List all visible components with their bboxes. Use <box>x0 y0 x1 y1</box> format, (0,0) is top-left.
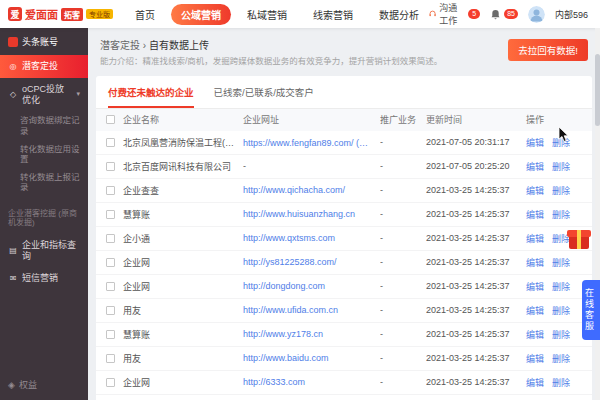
row-actions: 编辑删除 <box>526 256 582 269</box>
row-checkbox[interactable] <box>106 138 115 147</box>
benefits-icon: ◈ <box>8 380 15 390</box>
delete-button[interactable]: 删除 <box>552 256 570 269</box>
promo-business: - <box>380 305 426 315</box>
avatar[interactable] <box>528 6 545 23</box>
nav-item[interactable]: 线索营销 <box>303 4 363 25</box>
company-url[interactable]: http://www.qxtsms.com <box>243 233 380 243</box>
sidebar-item[interactable]: ▤企业和指标查询 <box>0 234 88 268</box>
sidebar-item[interactable]: 转化数据上报记录 <box>0 168 88 196</box>
delete-button[interactable]: 删除 <box>552 304 570 317</box>
sidebar-item[interactable]: 咨询数据绑定记录 <box>0 111 88 139</box>
headset-icon <box>429 9 436 19</box>
row-checkbox[interactable] <box>106 306 115 315</box>
user-name: 内部596 <box>555 8 588 21</box>
delete-button[interactable]: 删除 <box>552 280 570 293</box>
edition-badge: 专业版 <box>86 9 113 19</box>
nav-item[interactable]: 数据分析 <box>369 4 429 25</box>
row-checkbox[interactable] <box>106 282 115 291</box>
row-checkbox[interactable] <box>106 330 115 339</box>
company-url[interactable]: http://www.ufida.com.cn <box>243 305 380 315</box>
nav-item[interactable]: 首页 <box>125 4 165 25</box>
delete-button[interactable]: 删除 <box>552 352 570 365</box>
gift-promo-icon[interactable] <box>567 228 591 250</box>
sidebar: 头条账号 ◎潜客定投◇oCPC投放优化▾咨询数据绑定记录转化数据应用设置转化数据… <box>0 28 88 400</box>
company-url[interactable]: https://www.fengfan89.com/ (示例) <box>243 136 380 149</box>
sms-icon: ✉ <box>8 274 18 284</box>
company-url: - <box>243 161 380 171</box>
delete-button[interactable]: 删除 <box>552 136 570 149</box>
table-row: 企小通http://www.qxtsms.com-2021-03-25 14:2… <box>96 227 592 251</box>
delete-button[interactable]: 删除 <box>552 328 570 341</box>
row-checkbox[interactable] <box>106 354 115 363</box>
edit-button[interactable]: 编辑 <box>526 280 544 293</box>
delete-button[interactable]: 删除 <box>552 184 570 197</box>
sidebar-item[interactable]: ◎潜客定投 <box>0 55 88 78</box>
promo-business: - <box>380 281 426 291</box>
table-header: 企业名称企业网址推广业务更新时间操作 <box>96 109 592 131</box>
edit-button[interactable]: 编辑 <box>526 376 544 389</box>
edit-button[interactable]: 编辑 <box>526 304 544 317</box>
company-url[interactable]: http://6333.com <box>243 377 380 387</box>
sidebar-benefits[interactable]: ◈ 权益 <box>0 369 88 400</box>
update-time: 2021-03-25 14:25:37 <box>426 281 526 291</box>
edit-button[interactable]: 编辑 <box>526 256 544 269</box>
table-row: 用友http://www.ufida.com.cn-2021-03-25 14:… <box>96 299 592 323</box>
sidebar-item-label: 企业潜客挖掘 (原商机发掘) <box>8 209 80 228</box>
select-all-checkbox[interactable] <box>106 115 115 124</box>
notification-bell[interactable]: 85 <box>490 9 518 20</box>
table-row: 企业网http://dongdong.com-2021-03-25 14:25:… <box>96 275 592 299</box>
row-checkbox[interactable] <box>106 378 115 387</box>
tab[interactable]: 付费还未触达的企业 <box>108 85 194 108</box>
table-row: 慧算账http://www.huisuanzhang.cn-2021-03-25… <box>96 203 592 227</box>
company-url[interactable]: http://www.baidu.com <box>243 353 380 363</box>
edit-button[interactable]: 编辑 <box>526 184 544 197</box>
update-time: 2021-07-05 20:31:17 <box>426 137 526 147</box>
delete-button[interactable]: 删除 <box>552 160 570 173</box>
edit-button[interactable]: 编辑 <box>526 352 544 365</box>
company-url[interactable]: http://www.qichacha.com/ <box>243 185 380 195</box>
company-search-icon: ▤ <box>8 246 18 256</box>
content-card: 付费还未触达的企业已线索/已联系/成交客户 企业名称企业网址推广业务更新时间操作… <box>96 76 592 400</box>
sidebar-item-label: 企业和指标查询 <box>22 240 80 262</box>
company-url[interactable]: http://www.huisuanzhang.cn <box>243 209 380 219</box>
company-url[interactable]: http://ys81225288.com/ <box>243 257 380 267</box>
sidebar-item: 企业潜客挖掘 (原商机发掘) <box>0 197 88 234</box>
update-time: 2021-03-25 14:25:37 <box>426 209 526 219</box>
edit-button[interactable]: 编辑 <box>526 160 544 173</box>
sidebar-item[interactable]: ◇oCPC投放优化▾ <box>0 78 88 112</box>
delete-button[interactable]: 删除 <box>552 208 570 221</box>
row-checkbox[interactable] <box>106 234 115 243</box>
edit-button[interactable]: 编辑 <box>526 208 544 221</box>
update-time: 2021-03-25 14:25:37 <box>426 353 526 363</box>
work-menu[interactable]: 沟通工作 5 <box>429 1 480 27</box>
row-checkbox[interactable] <box>106 210 115 219</box>
nav-item[interactable]: 公域营销 <box>171 4 231 25</box>
company-name: 企小通 <box>123 232 243 245</box>
company-url[interactable]: http://dongdong.com <box>243 281 380 291</box>
edit-button[interactable]: 编辑 <box>526 232 544 245</box>
page-description: 能力介绍：精准找线索/商机，发掘跨媒体数据业务的有效竞争力，提升营销计划效果简述… <box>100 56 490 68</box>
row-checkbox[interactable] <box>106 162 115 171</box>
page-scrollbar[interactable] <box>595 28 600 400</box>
toutiao-logo-icon <box>8 37 18 47</box>
company-name: 慧算账 <box>123 328 243 341</box>
row-checkbox[interactable] <box>106 186 115 195</box>
tab[interactable]: 已线索/已联系/成交客户 <box>214 85 314 108</box>
pull-data-button[interactable]: 去拉回有数据! <box>508 39 588 61</box>
scrollbar-thumb[interactable] <box>595 54 600 126</box>
edit-button[interactable]: 编辑 <box>526 328 544 341</box>
company-url[interactable]: http://www.yz178.cn <box>243 329 380 339</box>
edit-button[interactable]: 编辑 <box>526 136 544 149</box>
bell-badge: 85 <box>504 9 518 19</box>
row-checkbox[interactable] <box>106 258 115 267</box>
nav-item[interactable]: 私域营销 <box>237 4 297 25</box>
logo[interactable]: 爱 爱面面 拓客 专业版 <box>0 6 121 22</box>
account-selector[interactable]: 头条账号 <box>0 28 88 55</box>
sidebar-item[interactable]: ✉短信营销 <box>0 267 88 290</box>
main-nav: 首页公域营销私域营销线索营销数据分析 <box>125 4 429 25</box>
sidebar-item[interactable]: 转化数据应用设置 <box>0 140 88 168</box>
delete-button[interactable]: 删除 <box>552 376 570 389</box>
breadcrumb-parent[interactable]: 潜客定投 <box>100 40 140 51</box>
online-service-button[interactable]: 在线客服 <box>582 280 600 340</box>
page-head: 潜客定投 › 自有数据上传 能力介绍：精准找线索/商机，发掘跨媒体数据业务的有效… <box>88 28 600 74</box>
